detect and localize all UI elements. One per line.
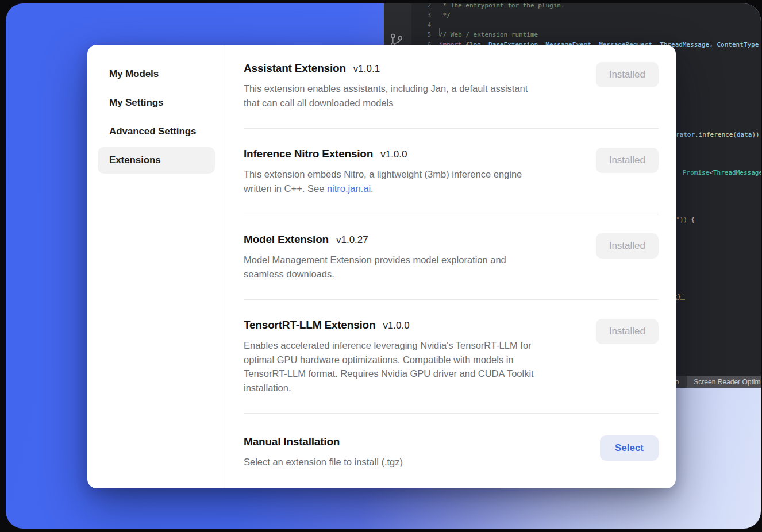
description-text: written in C++. See (244, 183, 327, 194)
identifier: data (737, 131, 752, 138)
extension-name: Inference Nitro Extension (244, 148, 373, 160)
extension-version: v1.0.1 (353, 63, 380, 75)
description-line: Model Management Extension provides mode… (244, 253, 506, 267)
code-fragment: Promise<ThreadMessage> (683, 169, 761, 176)
angle-bracket: < (709, 169, 713, 176)
parens: )) (680, 216, 691, 223)
extension-name: TensortRT-LLM Extension (244, 319, 375, 331)
extension-description: Enables accelerated inference leveraging… (244, 338, 534, 395)
sidebar-item-my-models[interactable]: My Models (98, 61, 215, 87)
extension-description: This extension embeds Nitro, a lightweig… (244, 167, 522, 195)
code-line: 4 (411, 21, 761, 31)
extension-row-assistant: Assistant Extension v1.0.1 This extensio… (244, 45, 659, 129)
identifier: rator. (676, 131, 699, 138)
code-comment: // Web / extension runtime (439, 31, 538, 41)
sidebar-item-extensions[interactable]: Extensions (98, 147, 215, 174)
extension-title-row: Assistant Extension v1.0.1 (244, 62, 528, 75)
extension-name: Assistant Extension (244, 62, 346, 75)
type-name: ThreadMessage (713, 169, 761, 176)
code-comment: * The entrypoint for the plugin. (439, 3, 565, 11)
code-editor: 2 * The entrypoint for the plugin. 3 */ … (411, 3, 761, 51)
description-line: This extension embeds Nitro, a lightweig… (244, 167, 522, 182)
extension-description: Model Management Extension provides mode… (244, 253, 506, 281)
code-fragment: rator.inference(data)); (676, 131, 761, 138)
description-line: This extension enables assistants, inclu… (244, 82, 528, 96)
manual-installation-title: Manual Installation (244, 435, 340, 448)
type-name: Promise (683, 169, 709, 176)
code-line: 5 // Web / extension runtime (411, 31, 761, 41)
line-number: 5 (411, 31, 431, 41)
code-line: 2 * The entrypoint for the plugin. (411, 3, 761, 11)
extension-row-tensorrt: TensortRT-LLM Extension v1.0.0 Enables a… (244, 300, 659, 414)
extension-info: TensortRT-LLM Extension v1.0.0 Enables a… (244, 319, 534, 395)
brace: { (691, 216, 695, 223)
code-comment: */ (439, 11, 451, 21)
extension-title-row: Inference Nitro Extension v1.0.0 (244, 148, 522, 160)
extension-name: Model Extension (244, 233, 329, 246)
extension-version: v1.0.0 (380, 149, 407, 160)
line-number: 4 (411, 21, 431, 31)
extension-row-model: Model Extension v1.0.27 Model Management… (244, 214, 659, 300)
line-number: 3 (411, 11, 431, 21)
settings-modal: My Models My Settings Advanced Settings … (87, 45, 676, 488)
extensions-panel: Assistant Extension v1.0.1 This extensio… (224, 45, 676, 488)
select-button[interactable]: Select (600, 435, 659, 461)
extension-version: v1.0.0 (383, 320, 409, 331)
manual-installation-row: Manual Installation Select an extension … (244, 414, 659, 488)
description-line: that can call all downloaded models (244, 96, 528, 110)
parens: )); (752, 131, 761, 138)
screen-reader-status-item[interactable]: Screen Reader Optimized (687, 376, 761, 388)
paren: ( (733, 131, 737, 138)
installed-button[interactable]: Installed (596, 319, 659, 344)
sidebar-item-advanced-settings[interactable]: Advanced Settings (98, 118, 215, 145)
description-line: Enables accelerated inference leveraging… (244, 338, 534, 353)
manual-installation-title-row: Manual Installation (244, 435, 403, 448)
extension-version: v1.0.27 (336, 234, 368, 246)
description-text: . (371, 183, 374, 194)
settings-sidebar: My Models My Settings Advanced Settings … (87, 45, 224, 488)
quote: " (676, 216, 680, 223)
extension-info: Model Extension v1.0.27 Model Management… (244, 233, 506, 281)
installed-button[interactable]: Installed (596, 148, 659, 173)
description-line: Select an extension file to install (.tg… (244, 455, 403, 469)
manual-installation-info: Manual Installation Select an extension … (244, 435, 403, 469)
line-number: 2 (411, 3, 431, 11)
code-fragment: ")) { (676, 216, 695, 223)
description-line: TensorRT-LLM format. Requires Nvidia GPU… (244, 367, 534, 381)
extension-description: This extension enables assistants, inclu… (244, 82, 528, 110)
description-line: seamless downloads. (244, 267, 506, 282)
function-name: inference (699, 131, 733, 138)
description-line: installation. (244, 381, 534, 395)
installed-button[interactable]: Installed (596, 233, 659, 259)
extension-title-row: Model Extension v1.0.27 (244, 233, 506, 246)
extension-row-nitro: Inference Nitro Extension v1.0.0 This ex… (244, 129, 659, 214)
installed-button[interactable]: Installed (596, 62, 659, 87)
nitro-jan-ai-link[interactable]: nitro.jan.ai (327, 183, 371, 194)
extension-info: Inference Nitro Extension v1.0.0 This ex… (244, 148, 522, 195)
description-line: optimal GPU hardware optimizations. Comp… (244, 353, 534, 367)
extension-title-row: TensortRT-LLM Extension v1.0.0 (244, 319, 534, 331)
description-line: written in C++. See nitro.jan.ai. (244, 182, 522, 196)
sidebar-item-my-settings[interactable]: My Settings (98, 90, 215, 116)
code-line: 3 */ (411, 11, 761, 21)
indent-guide (439, 28, 440, 36)
manual-installation-description: Select an extension file to install (.tg… (244, 455, 403, 469)
extension-info: Assistant Extension v1.0.1 This extensio… (244, 62, 528, 110)
